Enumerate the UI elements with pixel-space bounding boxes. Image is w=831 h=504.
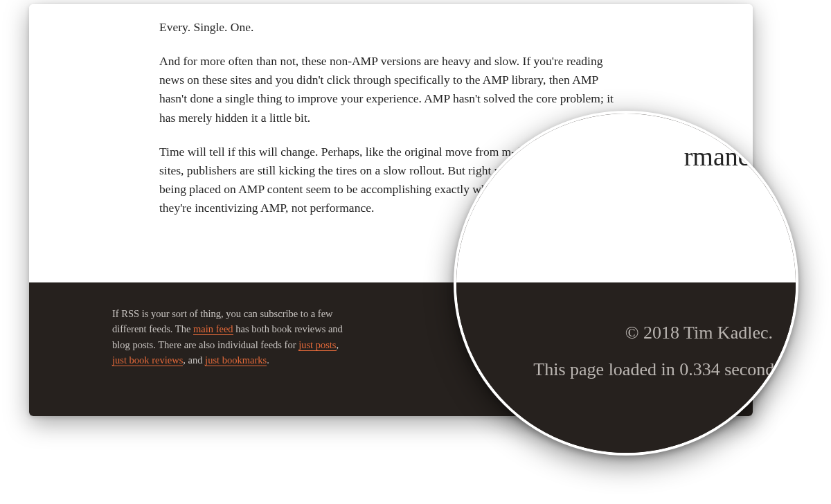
article-paragraph: And for more often than not, these non-A… — [159, 52, 614, 127]
just-book-reviews-link[interactable]: just book reviews — [112, 354, 183, 366]
footer-text: , and — [183, 354, 205, 366]
magnifier-zoom: rmance. © 2018 Tim Kadlec. This page loa… — [454, 111, 798, 456]
magnified-copyright: © 2018 Tim Kadlec. — [625, 323, 773, 343]
magnifier-content: rmance. © 2018 Tim Kadlec. This page loa… — [456, 114, 796, 453]
just-posts-link[interactable]: just posts — [298, 339, 336, 351]
main-feed-link[interactable]: main feed — [193, 323, 233, 335]
footer-text: , — [337, 339, 339, 350]
footer-text: . — [267, 354, 269, 366]
magnified-load-time: This page loaded in 0.334 seconds. — [533, 359, 786, 380]
magnified-heading-fragment: rmance. — [684, 141, 768, 172]
just-bookmarks-link[interactable]: just bookmarks — [205, 354, 267, 366]
footer-rss-text: If RSS is your sort of thing, you can su… — [112, 306, 348, 416]
article-paragraph: Every. Single. One. — [159, 18, 614, 37]
